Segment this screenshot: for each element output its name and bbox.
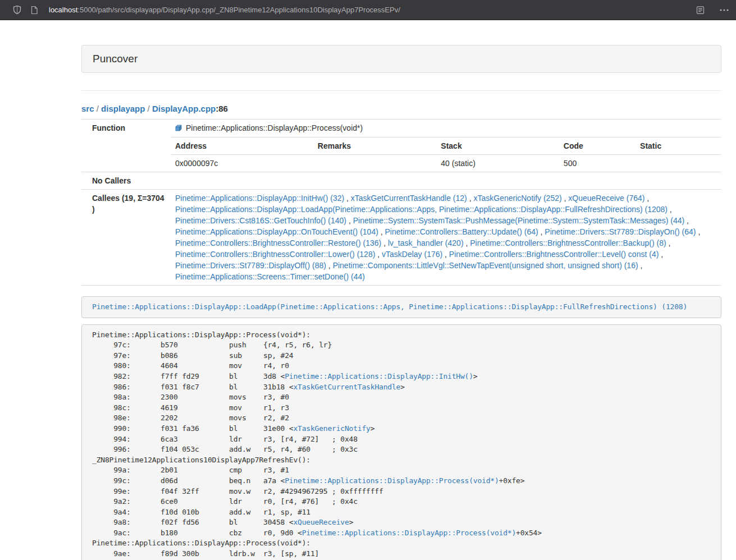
- callee-separator: ,: [562, 194, 569, 203]
- disassembly-symbol-link[interactable]: Pinetime::Applications::DisplayApp::Init…: [285, 372, 473, 380]
- breadcrumb: src / displayapp / DisplayApp.cpp:86: [81, 103, 721, 114]
- callee-separator: ,: [378, 227, 385, 236]
- callee-link[interactable]: Pinetime::Drivers::Cst816S::GetTouchInfo…: [175, 216, 346, 225]
- callee-separator: ,: [659, 250, 663, 259]
- stats-cell: Address Remarks Stack Code Static 0x0000…: [171, 137, 721, 172]
- callee-separator: ,: [684, 216, 689, 225]
- callee-separator: ,: [381, 238, 388, 247]
- callee-link[interactable]: xTaskGetCurrentTaskHandle (12): [351, 194, 467, 203]
- page-info-icon[interactable]: [30, 6, 38, 15]
- callee-link[interactable]: xTaskGenericNotify (252): [473, 194, 561, 203]
- callees-list: Pinetime::Applications::DisplayApp::Init…: [171, 190, 721, 286]
- stats-header-stack: Stack: [437, 137, 560, 155]
- disassembly-symbol-link[interactable]: Pinetime::Applications::DisplayApp::Proc…: [285, 476, 499, 485]
- no-callers-row: No Callers: [81, 172, 721, 190]
- stats-row-wrapper: Address Remarks Stack Code Static 0x0000…: [81, 137, 721, 172]
- breadcrumb-line-number: :86: [216, 104, 228, 113]
- callee-link[interactable]: Pinetime::Controllers::BrightnessControl…: [449, 250, 659, 259]
- callee-separator: ,: [375, 250, 382, 259]
- divider: [81, 90, 721, 91]
- stats-address: 0x0000097c: [171, 155, 314, 172]
- stats-header-remarks: Remarks: [314, 137, 437, 155]
- url-path: :5000/path/src/displayapp/DisplayApp.cpp…: [77, 6, 400, 14]
- callees-label: Callees (19, Σ=3704 ): [81, 190, 171, 286]
- callee-link[interactable]: Pinetime::Applications::DisplayApp::OnTo…: [175, 227, 378, 236]
- callee-link[interactable]: xQueueReceive (764): [568, 194, 644, 203]
- disassembly: Pinetime::Applications::DisplayApp::Proc…: [81, 324, 721, 560]
- callee-link[interactable]: Pinetime::Drivers::St7789::DisplayOn() (…: [545, 227, 696, 236]
- callee-separator: ,: [638, 261, 643, 270]
- callee-separator: ,: [344, 194, 351, 203]
- callee-separator: ,: [696, 227, 701, 236]
- callee-separator: ,: [346, 216, 353, 225]
- stats-header-static: Static: [636, 137, 721, 155]
- more-menu-icon[interactable]: [719, 6, 729, 15]
- url-host: localhost: [49, 6, 77, 14]
- stats-static: [636, 155, 721, 172]
- app-title-panel: Puncover: [81, 45, 721, 73]
- callee-separator: ,: [666, 238, 671, 247]
- highlighted-symbol-box: Pinetime::Applications::DisplayApp::Load…: [81, 296, 721, 318]
- callee-separator: ,: [668, 205, 672, 214]
- stats-header-code: Code: [560, 137, 636, 155]
- function-name-cell: Pinetime::Applications::DisplayApp::Proc…: [171, 120, 721, 137]
- function-row: Function Pinetime::Applications::Display…: [81, 120, 721, 137]
- symbol-info-table: Function Pinetime::Applications::Display…: [81, 119, 721, 286]
- callee-link[interactable]: Pinetime::Components::LittleVgl::SetNewT…: [333, 261, 638, 270]
- disassembly-symbol-link[interactable]: xQueueReceive: [293, 518, 349, 526]
- url-bar[interactable]: localhost:5000/path/src/displayapp/Displ…: [49, 6, 687, 14]
- callee-link[interactable]: Pinetime::System::SystemTask::PushMessag…: [353, 216, 685, 225]
- breadcrumb-file[interactable]: DisplayApp.cpp: [152, 104, 216, 113]
- breadcrumb-src[interactable]: src: [81, 104, 94, 113]
- callee-separator: ,: [467, 194, 474, 203]
- breadcrumb-displayapp[interactable]: displayapp: [101, 104, 145, 113]
- callee-separator: ,: [538, 227, 545, 236]
- callee-link[interactable]: Pinetime::Controllers::BrightnessControl…: [175, 238, 381, 247]
- function-row-label: Function: [81, 120, 171, 172]
- no-callers-label: No Callers: [81, 172, 171, 190]
- callee-separator: ,: [644, 194, 649, 203]
- browser-toolbar: localhost:5000/path/src/displayapp/Displ…: [0, 0, 736, 20]
- callee-link[interactable]: Pinetime::Controllers::BrightnessControl…: [470, 238, 666, 247]
- highlighted-symbol-link[interactable]: Pinetime::Applications::DisplayApp::Load…: [92, 302, 687, 311]
- callee-link[interactable]: Pinetime::Drivers::St7789::DisplayOff() …: [175, 261, 326, 270]
- stats-remarks: [314, 155, 437, 172]
- callee-link[interactable]: vTaskDelay (176): [382, 250, 442, 259]
- disassembly-symbol-link[interactable]: Pinetime::Applications::DisplayApp::Proc…: [302, 529, 516, 537]
- disassembly-symbol-link[interactable]: xTaskGenericNotify: [293, 424, 370, 433]
- callee-separator: ,: [464, 238, 470, 247]
- callee-link[interactable]: lv_task_handler (420): [388, 238, 464, 247]
- stats-values-row: 0x0000097c 40 (static) 500: [171, 155, 721, 172]
- function-type-icon: [175, 123, 182, 134]
- main-content: Puncover src / displayapp / DisplayApp.c…: [81, 20, 721, 560]
- function-name: Pinetime::Applications::DisplayApp::Proc…: [186, 123, 363, 132]
- callee-link[interactable]: Pinetime::Applications::Screens::Timer::…: [175, 272, 365, 281]
- no-callers-value: [171, 172, 721, 190]
- shield-icon[interactable]: [12, 5, 22, 15]
- breadcrumb-separator: /: [145, 104, 152, 113]
- callee-link[interactable]: Pinetime::Applications::DisplayApp::Init…: [175, 194, 344, 203]
- callees-row: Callees (19, Σ=3704 ) Pinetime::Applicat…: [81, 190, 721, 286]
- stats-stack: 40 (static): [437, 155, 560, 172]
- breadcrumb-separator: /: [94, 104, 102, 113]
- callee-link[interactable]: Pinetime::Controllers::BrightnessControl…: [175, 250, 375, 259]
- callee-separator: ,: [442, 250, 449, 259]
- stats-code: 500: [560, 155, 636, 172]
- callee-link[interactable]: Pinetime::Controllers::Battery::Update()…: [385, 227, 538, 236]
- disassembly-symbol-link[interactable]: xTaskGetCurrentTaskHandle: [293, 383, 400, 391]
- stats-header-address: Address: [171, 137, 314, 155]
- app-title: Puncover: [93, 53, 138, 65]
- reader-view-icon[interactable]: [696, 6, 705, 15]
- callee-separator: ,: [326, 261, 333, 270]
- callee-link[interactable]: Pinetime::Applications::DisplayApp::Load…: [175, 205, 668, 214]
- stats-table: Address Remarks Stack Code Static 0x0000…: [171, 137, 721, 172]
